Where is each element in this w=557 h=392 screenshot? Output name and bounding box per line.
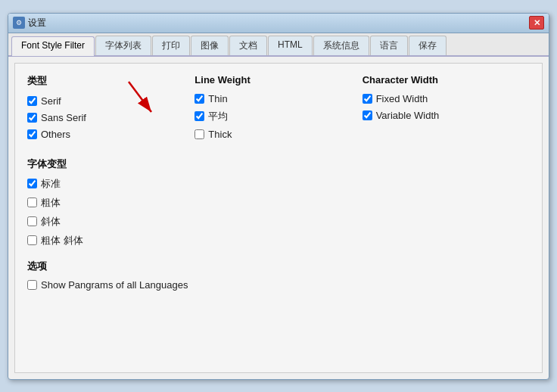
tab-language[interactable]: 语言 (370, 36, 408, 55)
fontstyle-bolditalic-item: 粗体 斜体 (27, 234, 530, 247)
type-others-checkbox[interactable] (27, 129, 37, 139)
options-pangrams-label: Show Pangrams of all Languages (41, 279, 188, 291)
tab-bar: Font Style Filter 字体列表 打印 图像 文档 HTML 系统信… (8, 33, 549, 57)
type-sansserif-item: Sans Serif (27, 112, 194, 123)
charwidth-variable-checkbox[interactable] (363, 110, 372, 120)
options-pangrams-item: Show Pangrams of all Languages (27, 279, 530, 291)
fontstyle-bolditalic-label: 粗体 斜体 (41, 234, 83, 247)
tab-document[interactable]: 文档 (229, 36, 267, 55)
lineweight-medium-label: 平均 (208, 110, 228, 123)
title-bar-left: ⚙ 设置 (13, 17, 46, 30)
fontstyle-italic-checkbox[interactable] (27, 216, 37, 226)
lineweight-thin-item: Thin (194, 93, 362, 104)
fontstyle-bold-checkbox[interactable] (27, 198, 37, 207)
type-serif-checkbox[interactable] (27, 96, 37, 106)
lineweight-column: Line Weight Thin 平均 Thick (194, 74, 362, 145)
main-window: ⚙ 设置 ✕ Font Style Filter 字体列表 打印 图像 文档 H… (8, 13, 549, 380)
tab-save[interactable]: 保存 (409, 36, 447, 55)
type-column: 类型 Serif Sans Serif Others (27, 74, 194, 145)
charwidth-fixed-item: Fixed Width (363, 93, 530, 104)
options-pangrams-checkbox[interactable] (27, 280, 37, 290)
lineweight-thick-label: Thick (208, 129, 232, 140)
charwidth-variable-item: Variable Width (363, 110, 530, 121)
type-others-label: Others (41, 129, 70, 140)
fontstyle-standard-label: 标准 (41, 177, 61, 191)
top-columns: 类型 Serif Sans Serif Others Line Weight (27, 74, 530, 145)
charwidth-fixed-label: Fixed Width (376, 93, 428, 104)
charwidth-header: Character Width (363, 74, 530, 86)
fontstyle-italic-item: 斜体 (27, 215, 530, 229)
type-sansserif-label: Sans Serif (41, 112, 86, 123)
type-others-item: Others (27, 129, 194, 140)
app-icon: ⚙ (13, 17, 25, 29)
fontstyle-standard-checkbox[interactable] (27, 179, 37, 188)
tab-html[interactable]: HTML (268, 36, 313, 55)
fontstyle-bolditalic-checkbox[interactable] (27, 235, 37, 245)
lineweight-thick-item: Thick (194, 129, 362, 140)
tab-image[interactable]: 图像 (191, 36, 229, 55)
fontstyle-standard-item: 标准 (27, 177, 530, 191)
tab-font-style-filter[interactable]: Font Style Filter (11, 36, 95, 56)
charwidth-column: Character Width Fixed Width Variable Wid… (363, 74, 530, 145)
type-sansserif-checkbox[interactable] (27, 113, 37, 123)
fontstyle-header: 字体变型 (27, 157, 530, 171)
tab-font-list[interactable]: 字体列表 (95, 36, 151, 55)
tab-system-info[interactable]: 系统信息 (313, 36, 369, 55)
fontstyle-bold-item: 粗体 (27, 196, 530, 210)
lineweight-medium-checkbox[interactable] (194, 111, 204, 121)
type-header: 类型 (27, 74, 194, 88)
lineweight-medium-item: 平均 (194, 110, 362, 123)
title-bar-controls: ✕ (529, 16, 544, 30)
close-button[interactable]: ✕ (529, 16, 544, 30)
charwidth-variable-label: Variable Width (376, 110, 440, 121)
lineweight-header: Line Weight (194, 74, 362, 86)
tab-print[interactable]: 打印 (152, 36, 190, 55)
title-bar: ⚙ 设置 ✕ (8, 14, 549, 33)
charwidth-fixed-checkbox[interactable] (363, 94, 372, 104)
lineweight-thin-checkbox[interactable] (194, 94, 204, 104)
type-serif-label: Serif (41, 95, 61, 107)
options-header: 选项 (27, 260, 530, 273)
lineweight-thin-label: Thin (208, 93, 227, 104)
fontstyle-italic-label: 斜体 (41, 215, 61, 229)
content-area: 类型 Serif Sans Serif Others Line Weight (14, 63, 543, 373)
fontstyle-bold-label: 粗体 (41, 196, 61, 210)
window-title: 设置 (28, 17, 46, 30)
type-serif-item: Serif (27, 95, 194, 107)
lineweight-thick-checkbox[interactable] (194, 129, 204, 139)
